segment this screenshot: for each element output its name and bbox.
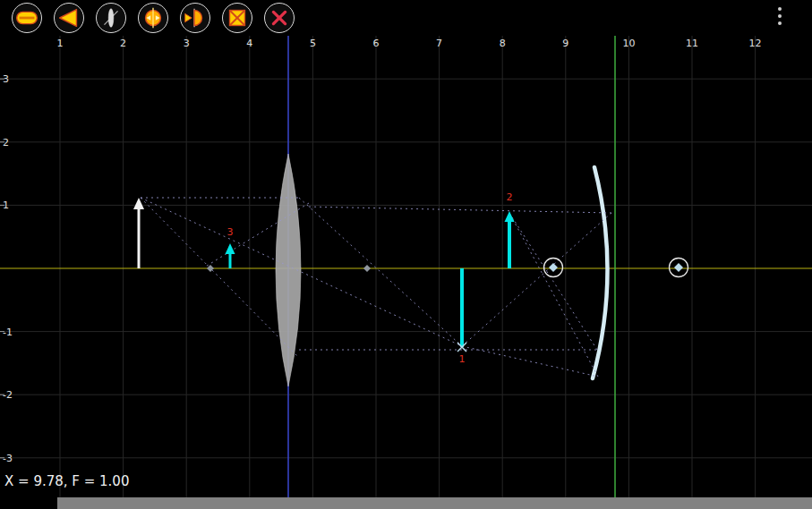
ray bbox=[509, 213, 597, 350]
ray bbox=[299, 198, 462, 346]
tool-sphere-lens-button[interactable] bbox=[138, 3, 168, 33]
y-tick-label: -1 bbox=[3, 327, 13, 338]
tool-thin-lens-button[interactable] bbox=[96, 3, 126, 33]
mirror-focal-point bbox=[674, 263, 683, 272]
kebab-dot bbox=[778, 21, 782, 25]
x-tick-label: 7 bbox=[436, 38, 442, 49]
lens-focal-point bbox=[363, 265, 371, 272]
system-nav-bar[interactable] bbox=[57, 497, 812, 509]
ray bbox=[141, 198, 299, 358]
prism-icon bbox=[55, 4, 83, 32]
overflow-menu-button[interactable] bbox=[776, 5, 783, 27]
ray bbox=[462, 213, 611, 346]
thin-lens-icon bbox=[97, 4, 125, 32]
kebab-dot bbox=[778, 7, 782, 11]
delete-x-icon bbox=[265, 4, 294, 32]
blocker-icon bbox=[223, 4, 252, 32]
y-tick-label: 1 bbox=[3, 199, 9, 211]
kebab-dot bbox=[778, 14, 782, 18]
image-arrowhead bbox=[505, 211, 515, 222]
tool-flat-glass-button[interactable] bbox=[12, 3, 42, 33]
object-arrowhead bbox=[133, 198, 144, 209]
y-tick-label: 3 bbox=[3, 73, 9, 85]
x-tick-label: 11 bbox=[686, 38, 698, 49]
tool-blocker-button[interactable] bbox=[222, 3, 252, 33]
x-tick-label: 8 bbox=[500, 38, 506, 49]
x-tick-label: 2 bbox=[120, 38, 126, 49]
y-tick-label: -3 bbox=[3, 453, 13, 464]
tool-half-sphere-button[interactable] bbox=[180, 3, 210, 33]
image-number-label: 3 bbox=[227, 226, 234, 238]
optics-app-screen: 123456789101112321-1-2-3123 bbox=[0, 0, 812, 509]
mirror-focal-point bbox=[549, 263, 558, 272]
tool-delete-button[interactable] bbox=[264, 3, 295, 33]
y-tick-label: -2 bbox=[3, 389, 13, 401]
x-tick-label: 1 bbox=[57, 38, 64, 49]
tool-prism-button[interactable] bbox=[54, 3, 84, 33]
toolbar bbox=[0, 0, 812, 36]
x-tick-label: 5 bbox=[310, 38, 316, 49]
x-tick-label: 4 bbox=[246, 38, 252, 49]
concave-mirror[interactable] bbox=[593, 167, 608, 378]
half-sphere-lens-icon bbox=[181, 4, 209, 32]
x-tick-label: 12 bbox=[749, 38, 762, 49]
y-tick-label: 2 bbox=[3, 137, 9, 148]
image-number-label: 1 bbox=[459, 353, 466, 365]
x-tick-label: 3 bbox=[184, 38, 190, 49]
x-tick-label: 6 bbox=[373, 38, 380, 49]
image-arrowhead bbox=[226, 243, 235, 254]
optics-canvas[interactable]: 123456789101112321-1-2-3123 bbox=[0, 0, 812, 509]
ray bbox=[141, 198, 462, 346]
ray bbox=[509, 213, 598, 377]
sphere-lens-icon bbox=[139, 4, 167, 32]
image-number-label: 2 bbox=[507, 191, 513, 203]
x-tick-label: 10 bbox=[622, 38, 635, 49]
x-tick-label: 9 bbox=[562, 38, 568, 49]
flat-glass-icon bbox=[13, 4, 41, 32]
ray bbox=[462, 346, 598, 377]
status-readout: X = 9.78, F = 1.00 bbox=[4, 473, 129, 489]
